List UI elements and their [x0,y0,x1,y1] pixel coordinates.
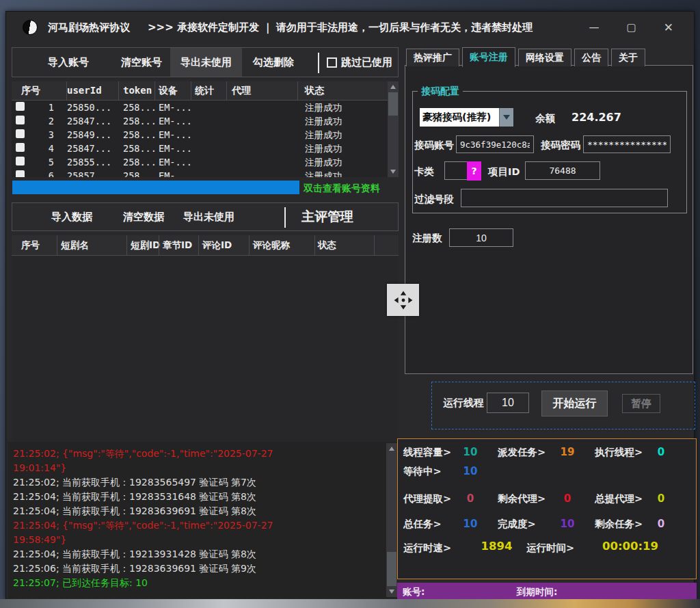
col-userid: userId [67,85,102,96]
export-unused-data-button[interactable]: 导出未使用 [183,203,234,230]
log-line: 21:25:04; 当前获取手机：19283531648 验证码 第8次 [13,490,382,504]
filter-segment-input[interactable] [461,189,668,207]
col-proxy: 代理 [232,85,251,97]
tab-network-settings[interactable]: 网络设置 [518,49,571,66]
scroll-up-icon[interactable] [389,447,394,451]
clear-data-button[interactable]: 清空数据 [123,203,164,230]
log-line: 21:25:07; 已到达任务目标: 10 [13,576,382,590]
account-table-header: 序号 userId token 设备 统计 代理 状态 [12,81,388,101]
stat-label: 派发任务> [498,446,546,459]
row-checkbox[interactable] [16,143,25,152]
stat-value: 1894 [468,540,526,553]
close-button[interactable]: ✕ [664,22,673,34]
scroll-down-icon[interactable] [390,170,396,174]
card-type-label: 卡类 [414,166,434,179]
provider-select[interactable]: 豪猪接码(推荐) [420,108,513,127]
col-stat: 统计 [195,85,214,97]
stat-label: 总提代理> [595,492,643,505]
thread-count-label: 运行线程 [443,397,484,410]
export-unused-accounts-button[interactable]: 导出未使用 [170,48,242,77]
import-data-button[interactable]: 导入数据 [51,203,92,230]
table-row[interactable]: 4 25847... 258... EM-... 注册成功 [12,142,388,155]
col-device: 设备 [159,85,178,97]
app-title: 河马剧场热评协议 [48,21,130,34]
stat-label: 运行时速> [403,542,451,555]
data-toolbar: 导入数据 清空数据 导出未使用 主评管理 [12,202,399,231]
row-checkbox[interactable] [16,102,25,111]
scroll-down-icon[interactable] [389,590,394,594]
run-controls: 运行线程 开始运行 暂停 [431,382,695,429]
toolbar-divider [318,53,319,73]
stat-label: 线程容量> [403,446,451,459]
table-row[interactable]: 2 25847... 258... EM-... 注册成功 [12,114,388,128]
titlebar: 河马剧场热评协议 >>> 承接软件定制开发 ｜ 请勿用于非法用途，一切后果与作者… [6,12,694,43]
log-line: 19:58:49"} [13,533,382,547]
scrollbar-thumb[interactable] [387,552,396,586]
table-row[interactable]: 6 25857... 258... EM-... 注册成功 [12,169,388,177]
window-controls: — ▢ ✕ [589,22,694,34]
stat-value: 10 [547,518,588,530]
filter-segment-label: 过滤号段 [414,193,454,206]
license-bar: 账号: 到期时间: [397,583,697,601]
check-delete-button[interactable]: 勾选删除 [253,48,294,77]
row-status: 注册成功 [305,129,342,142]
pause-button[interactable]: 暂停 [622,394,660,413]
thread-count-input[interactable] [487,393,529,413]
scrollbar-thumb[interactable] [388,92,398,116]
log-line: 19:01:14"} [13,461,382,475]
clear-accounts-button[interactable]: 清空账号 [121,48,162,77]
app-tagline: >>> 承接软件定制开发 ｜ 请勿用于非法用途，一切后果与作者无关，违者禁封处理 [148,21,533,34]
stat-label: 剩余任务> [595,518,643,531]
log-line: 21:25:02; 当前获取手机：19283565497 验证码 第7次 [13,475,382,490]
balance-label: 余额 [535,112,555,125]
sms-account-input[interactable] [456,135,534,153]
stat-value: 0 [641,446,682,458]
import-accounts-button[interactable]: 导入账号 [48,48,89,77]
tab-bar: 热评推广 账号注册 网络设置 公告 关于 [406,47,648,66]
log-line: 21:25:04; 当前获取手机：19213931428 验证码 第8次 [13,547,382,561]
row-checkbox[interactable] [16,129,25,138]
sms-account-label: 接码账号 [414,139,454,152]
maximize-button[interactable]: ▢ [627,23,636,33]
skip-used-label: 跳过已使用 [341,48,392,77]
minimize-button[interactable]: — [589,23,600,33]
double-click-hint: 双击查看账号资料 [304,183,380,195]
drama-table-header: 序号 短剧名 短剧ID 章节ID 评论ID 评论昵称 状态 [12,235,399,256]
start-run-button[interactable]: 开始运行 [541,391,608,417]
log-scrollbar[interactable] [386,443,397,597]
project-id-input[interactable] [525,161,600,180]
row-checkbox[interactable] [16,157,25,166]
account-progress-bar [12,181,299,194]
row-checkbox[interactable] [16,170,25,177]
main-comment-manage-button[interactable]: 主评管理 [301,203,353,230]
sms-password-label: 接码密码 [541,139,580,152]
help-button[interactable]: ? [467,161,481,181]
skip-used-checkbox[interactable] [327,57,337,68]
chevron-down-icon[interactable] [499,108,513,127]
sms-password-input[interactable] [583,135,671,153]
tab-about[interactable]: 关于 [611,49,645,66]
tab-announcement[interactable]: 公告 [574,49,608,66]
license-expiry-label: 到期时间: [517,586,557,598]
tab-hot-comment[interactable]: 热评推广 [406,49,459,66]
register-tab-content: 接码配置 豪猪接码(推荐) 余额 224.267 接码账号 接码密码 卡类 ? … [405,65,693,374]
stat-value: 00:00:19 [593,540,668,553]
toolbar-divider [284,207,286,228]
account-toolbar: 导入账号 清空账号 导出未使用 勾选删除 跳过已使用 [12,47,399,77]
stat-label: 总任务> [403,518,442,531]
col-num: 序号 [21,85,40,97]
tab-account-register[interactable]: 账号注册 [462,47,515,67]
register-count-input[interactable] [449,228,513,247]
stat-label: 执行线程> [595,446,643,459]
stat-label: 代理提取> [403,492,451,505]
log-panel: 21:25:02; {"msg":"等待","code":-1,"time":"… [8,442,399,598]
table-row[interactable]: 5 25855... 258... EM-... 注册成功 [12,155,388,169]
table-row[interactable]: 3 25849... 258... EM-... 注册成功 [12,128,388,142]
row-checkbox[interactable] [16,116,25,124]
scroll-up-icon[interactable] [390,85,396,89]
col-token: token [123,85,152,96]
stat-label: 运行时间> [526,542,574,555]
account-table-scrollbar[interactable] [388,81,399,177]
stat-value: 10 [450,446,491,458]
table-row[interactable]: 1 25850... 258... EM-... 注册成功 [12,101,388,114]
